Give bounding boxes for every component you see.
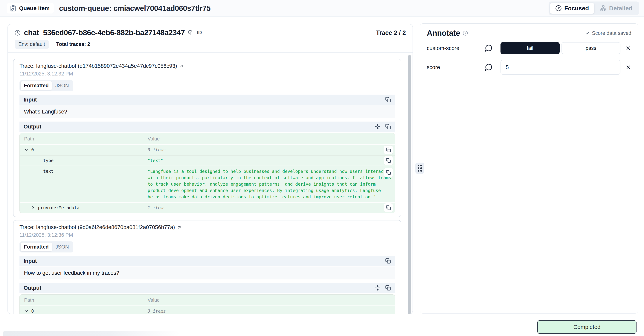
trace-link[interactable]: Trace: langfuse-chatbot (d174b1589072e43…: [20, 63, 177, 69]
copy-input-icon[interactable]: [385, 258, 391, 264]
table-row: text "Langfuse is a tool designed to hel…: [20, 166, 395, 202]
annotate-panel: Annotate Score data saved custom-score f…: [420, 24, 638, 313]
value-cell: "Langfuse is a tool designed to help bus…: [148, 169, 391, 199]
copy-id-icon[interactable]: [188, 30, 194, 35]
copy-row-button[interactable]: [384, 145, 393, 154]
focused-label: Focused: [564, 5, 589, 12]
score-name-label: score: [427, 64, 484, 70]
panel-resize-handle[interactable]: [415, 163, 424, 174]
scrollbar-thumb[interactable]: [408, 55, 411, 314]
value-cell: "text": [148, 158, 163, 163]
toast-remnant: [3, 331, 181, 336]
tab-formatted[interactable]: Formatted: [20, 242, 52, 251]
unfold-vertical-icon[interactable]: [375, 285, 380, 291]
unfold-vertical-icon[interactable]: [375, 124, 380, 129]
input-label: Input: [24, 97, 37, 103]
chevron-down-icon[interactable]: [24, 148, 29, 152]
value-column-header: Value: [146, 133, 395, 144]
score-option-pass[interactable]: pass: [562, 42, 620, 54]
delete-score-button[interactable]: [625, 64, 631, 70]
copy-output-icon[interactable]: [385, 124, 391, 129]
copy-row-button[interactable]: [384, 156, 393, 165]
value-column-header: Value: [146, 295, 395, 305]
score-row-score: score: [427, 60, 631, 75]
score-saved-status: Score data saved: [585, 30, 631, 36]
input-section-header: Input: [20, 256, 395, 266]
queue-item-title: chat_536ed067-b86e-4eb6-882b-ba27148a234…: [24, 29, 185, 37]
path-cell: type: [43, 158, 54, 164]
trace-timestamp: 11/12/2025, 3:12:32 PM: [20, 71, 395, 77]
tab-json[interactable]: JSON: [52, 242, 72, 251]
clock-icon: [14, 30, 20, 36]
copy-row-button[interactable]: [384, 203, 393, 212]
trace-list: Trace: langfuse-chatbot (d174b1589072e43…: [8, 53, 412, 314]
top-bar: Queue item custom-queue: cmiacwel70041ad…: [0, 0, 644, 17]
format-tabs: Formatted JSON: [20, 241, 73, 252]
detailed-toggle-button[interactable]: Detailed: [595, 3, 638, 14]
score-name-label: custom-score: [427, 45, 484, 51]
trace-card: Trace: langfuse-chatbot (d174b1589072e43…: [13, 59, 401, 217]
trace-timestamp: 11/12/2025, 3:12:36 PM: [20, 232, 395, 238]
queue-item-label: Queue item: [19, 5, 50, 12]
copy-icon: [386, 158, 391, 163]
x-icon: [625, 64, 631, 70]
comment-icon[interactable]: [484, 44, 493, 52]
value-cell: 1 items: [148, 205, 166, 210]
path-cell: 0: [31, 308, 34, 314]
detailed-label: Detailed: [609, 5, 632, 12]
trace-detail-panel: chat_536ed067-b86e-4eb6-882b-ba27148a234…: [8, 24, 413, 314]
trace-link[interactable]: Trace: langfuse-chatbot (9d0a6f2e6de8670…: [20, 224, 175, 230]
network-icon: [600, 5, 606, 12]
trace-card: Trace: langfuse-chatbot (9d0a6f2e6de8670…: [13, 220, 401, 314]
input-content: How to get user feedback in my traces?: [20, 266, 395, 279]
table-row: 0 3 items: [20, 144, 395, 155]
value-cell: 3 items: [148, 147, 166, 152]
copy-input-icon[interactable]: [385, 97, 391, 102]
queue-item-badge: Queue item: [7, 3, 54, 14]
focused-toggle-button[interactable]: Focused: [550, 3, 594, 14]
page-title: custom-queue: cmiacwel70041ad060s7tlr75: [59, 4, 210, 13]
completed-button[interactable]: Completed: [537, 320, 636, 334]
input-label: Input: [24, 258, 37, 264]
table-header-row: Path Value: [20, 295, 395, 305]
trace-counter: Trace 2 / 2: [376, 29, 406, 36]
total-traces: Total traces: 2: [56, 41, 90, 47]
copy-icon: [386, 170, 391, 175]
output-label: Output: [24, 285, 41, 291]
path-cell: providerMetadata: [38, 205, 80, 211]
path-column-header: Path: [20, 133, 146, 144]
external-link-icon: [177, 225, 182, 230]
score-option-fail[interactable]: fail: [500, 42, 560, 54]
delete-score-button[interactable]: [625, 45, 631, 51]
copy-icon: [386, 147, 391, 152]
table-row: type "text": [20, 155, 395, 166]
input-section-header: Input: [20, 95, 395, 105]
path-cell: 0: [31, 147, 34, 153]
chevron-right-icon[interactable]: [31, 205, 35, 210]
x-icon: [625, 45, 631, 51]
value-cell: 3 items: [148, 309, 166, 313]
check-icon: [585, 31, 590, 36]
output-label: Output: [24, 124, 41, 130]
score-row-custom-score: custom-score fail pass: [427, 42, 631, 54]
grip-dots-icon: [418, 165, 422, 172]
copy-icon: [386, 205, 391, 210]
comment-icon[interactable]: [484, 63, 493, 71]
table-header-row: Path Value: [20, 133, 395, 144]
output-json-table: Path Value 0 3 items: [20, 294, 395, 314]
copy-row-button[interactable]: [384, 168, 393, 177]
clipboard-pen-icon: [10, 5, 16, 12]
output-section-header: Output: [20, 283, 395, 293]
output-section-header: Output: [20, 122, 395, 132]
table-row: providerMetadata 1 items: [20, 202, 395, 213]
copy-output-icon[interactable]: [385, 285, 391, 291]
path-column-header: Path: [20, 295, 146, 305]
env-badge: Env: default: [14, 40, 49, 49]
output-json-table: Path Value 0 3 items type "text": [20, 133, 395, 213]
trace-panel-header: chat_536ed067-b86e-4eb6-882b-ba27148a234…: [8, 24, 412, 53]
chevron-down-icon[interactable]: [24, 309, 29, 313]
tab-formatted[interactable]: Formatted: [20, 81, 52, 90]
tab-json[interactable]: JSON: [52, 81, 72, 90]
info-icon: [463, 31, 468, 36]
score-value-input[interactable]: [500, 60, 620, 75]
